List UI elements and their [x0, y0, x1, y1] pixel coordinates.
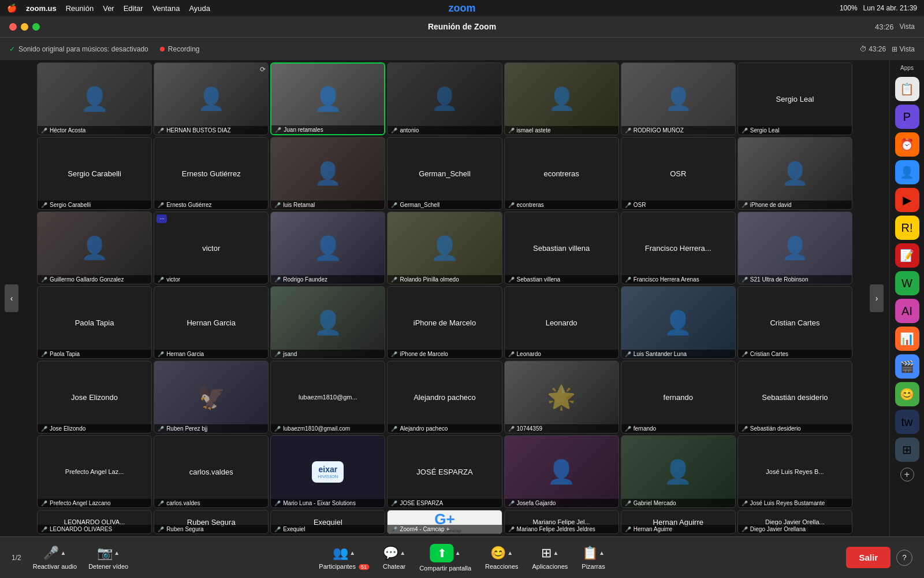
app-icon-13[interactable]: tw	[895, 410, 919, 434]
participant-tile[interactable]: Jose Elizondo 🎤 Jose Elizondo	[37, 361, 152, 433]
participant-tile[interactable]: 👤 🎤 ismael astete	[504, 62, 619, 135]
participants-caret[interactable]: ▲	[349, 550, 355, 556]
fullscreen-button[interactable]	[32, 23, 40, 31]
audio-button[interactable]: 🎤 ▲ Reactivar audio	[33, 546, 77, 570]
app-icon-6[interactable]: R!	[895, 216, 919, 240]
prev-page-arrow[interactable]: ‹	[5, 284, 18, 312]
participant-name-display: Sebastian villena	[531, 242, 592, 255]
participant-tile[interactable]: 🌟 🎤 10744359	[504, 361, 619, 433]
end-meeting-button[interactable]: Salir	[846, 547, 891, 568]
app-icon-9[interactable]: AI	[895, 299, 919, 323]
whiteboards-caret[interactable]: ▲	[599, 550, 605, 556]
participant-tile[interactable]: fernando 🎤 fernando	[621, 361, 736, 433]
participant-tile[interactable]: iPhone de Marcelo 🎤 iPhone de Marcelo	[387, 286, 502, 359]
share-caret[interactable]: ▲	[455, 550, 461, 556]
participant-tile[interactable]: 👤 🎤 RODRIGO MUÑOZ	[621, 62, 736, 135]
participant-tile[interactable]: econtreras 🎤 econtreras	[504, 137, 619, 210]
app-icon-10[interactable]: 📊	[895, 327, 919, 351]
participant-tile[interactable]: 👤 🎤 Luis Santander Luna	[621, 286, 736, 359]
app-icon-8[interactable]: W	[895, 271, 919, 295]
participant-tile[interactable]: 👤 🎤 Rodrigo Faundez	[270, 212, 385, 284]
menu-editar[interactable]: Editar	[124, 4, 143, 13]
participant-tile[interactable]: 🦅 🎤 Ruben Perez bjj	[154, 361, 269, 433]
app-icon-1[interactable]: 📋	[895, 77, 919, 101]
participant-tile[interactable]: 👤 🎤 jsand	[270, 286, 385, 359]
participants-button[interactable]: 👥 ▲ Participantes 51	[319, 546, 369, 570]
participant-tile[interactable]: Exequiel 🎤 Exequiel	[270, 510, 385, 534]
participant-tile[interactable]: Diego Javier Orella... 🎤 Diego Javier Or…	[737, 510, 852, 534]
app-icon-3[interactable]: ⏰	[895, 132, 919, 157]
participant-tile[interactable]: 👤 🎤 Gabriel Mercado	[621, 435, 736, 508]
share-screen-button[interactable]: ⬆ ▲ Compartir pantalla	[419, 544, 471, 572]
participant-name: victor	[166, 276, 180, 283]
app-icon-7[interactable]: 📝	[895, 243, 919, 268]
participant-tile[interactable]: Cristian Cartes 🎤 Cristian Cartes	[737, 286, 852, 359]
participant-tile[interactable]: Hernan Garcia 🎤 Hernan Garcia	[154, 286, 269, 359]
participant-tile[interactable]: Ernesto Gutiérrez 🎤 Ernesto Gutiérrez	[154, 137, 269, 210]
close-button[interactable]	[9, 23, 17, 31]
participant-tile[interactable]: eixar HIVISION 🎤 Mario Luna - Eixar Solu…	[270, 435, 385, 508]
add-app-button[interactable]: +	[900, 468, 914, 481]
next-page-arrow[interactable]: ›	[870, 284, 884, 312]
video-button[interactable]: 📷 ▲ Detener vídeo	[88, 546, 128, 570]
app-icon-12[interactable]: 😊	[895, 382, 919, 406]
participant-tile[interactable]: Sebastian villena 🎤 Sebastian villena	[504, 212, 619, 284]
participant-tile[interactable]: 👤 🎤 Héctor Acosta	[37, 62, 152, 135]
participant-tile[interactable]: OSR 🎤 OSR	[621, 137, 736, 210]
participant-tile[interactable]: Francisco Herrera... 🎤 Francisco Herrera…	[621, 212, 736, 284]
participant-tile[interactable]: 👤 🎤 Josefa Gajardo	[504, 435, 619, 508]
participant-tile[interactable]: carlos.valdes 🎤 carlos.valdes	[154, 435, 269, 508]
video-caret[interactable]: ▲	[114, 550, 120, 556]
help-button[interactable]: ?	[896, 550, 912, 566]
participant-tile[interactable]: 👤 🎤 Guillermo Gallardo Gonzalez	[37, 212, 152, 284]
participant-tile[interactable]: JOSÉ ESPARZA 🎤 JOSÉ ESPARZA	[387, 435, 502, 508]
participant-tile[interactable]: ⟳ 👤 🎤 HERNAN BUSTOS DIAZ	[154, 62, 269, 135]
participant-tile[interactable]: Prefecto Angel Laz... 🎤 Prefecto Angel L…	[37, 435, 152, 508]
chat-button[interactable]: 💬 ▲ Chatear	[383, 546, 405, 570]
participant-tile[interactable]: Sergio Leal 🎤 Sergio Leal	[737, 62, 852, 135]
app-name[interactable]: zoom.us	[26, 4, 57, 13]
participant-tile[interactable]: ··· victor 🎤 victor	[154, 212, 269, 284]
participant-tile[interactable]: José Luis Reyes B... 🎤 José Luis Reyes B…	[737, 435, 852, 508]
options-dots[interactable]: ···	[157, 214, 167, 223]
bottom-bar: 1/2 🎤 ▲ Reactivar audio 📷 ▲ Detener víde…	[0, 536, 924, 578]
participant-tile[interactable]: 👤 🎤 antonio	[387, 62, 502, 135]
participant-tile[interactable]: German_Schell 🎤 German_Schell	[387, 137, 502, 210]
participant-tile[interactable]: Ruben Segura 🎤 Ruben Segura	[154, 510, 269, 534]
participant-tile[interactable]: 👤 🎤 luis Retamal	[270, 137, 385, 210]
app-icon-5[interactable]: ▶	[895, 188, 919, 212]
app-icon-14[interactable]: ⊞	[895, 438, 919, 462]
participant-tile[interactable]: Sergio Carabelli 🎤 Sergio Carabelli	[37, 137, 152, 210]
participant-tile[interactable]: Leonardo 🎤 Leonardo	[504, 286, 619, 359]
grid-view-icon[interactable]: ⊞ Vista	[892, 45, 915, 53]
chat-caret[interactable]: ▲	[400, 550, 405, 556]
menu-ver[interactable]: Ver	[103, 4, 114, 13]
applications-caret[interactable]: ▲	[553, 550, 558, 556]
app-icon-11[interactable]: 🎬	[895, 354, 919, 379]
view-button[interactable]: Vista	[900, 23, 915, 31]
apple-menu[interactable]: 🍎	[7, 3, 17, 13]
participant-tile[interactable]: Paola Tapia 🎤 Paola Tapia	[37, 286, 152, 359]
participant-tile[interactable]: Mariano Felipe Jel... 🎤 Mariano Felipe J…	[504, 510, 619, 534]
menu-ayuda[interactable]: Ayuda	[189, 4, 210, 13]
app-icon-4[interactable]: 👤	[895, 160, 919, 184]
participant-tile[interactable]: LEONARDO OLIVA... 🎤 LEONARDO OLIVARES	[37, 510, 152, 534]
participant-tile[interactable]: 👤 🎤 Rolando Pinilla olmedo	[387, 212, 502, 284]
audio-caret[interactable]: ▲	[60, 550, 66, 556]
minimize-button[interactable]	[21, 23, 28, 31]
app-icon-2[interactable]: P	[895, 105, 919, 129]
menu-ventana[interactable]: Ventana	[152, 4, 180, 13]
menu-reunion[interactable]: Reunión	[66, 4, 94, 13]
participant-tile[interactable]: Hernan Aguirre 🎤 Hernan Aguirre	[621, 510, 736, 534]
reactions-button[interactable]: 😊 ▲ Reacciones	[485, 546, 518, 570]
participant-tile[interactable]: Sebastián desiderio 🎤 Sebastián desideri…	[737, 361, 852, 433]
participant-tile[interactable]: 👤 🎤 Juan retamales	[270, 62, 385, 135]
participant-tile[interactable]: 👤 🎤 iPhone de david	[737, 137, 852, 210]
participant-tile[interactable]: 👤 🎤 S21 Ultra de Robinson	[737, 212, 852, 284]
applications-button[interactable]: ⊞ ▲ Aplicaciones	[532, 546, 568, 570]
whiteboards-button[interactable]: 📋 ▲ Pizarras	[582, 546, 605, 570]
participant-tile[interactable]: Alejandro pacheco 🎤 Alejandro pacheco	[387, 361, 502, 433]
participant-tile[interactable]: lubaezm1810@gm... 🎤 lubaezm1810@gmail.co…	[270, 361, 385, 433]
participant-tile[interactable]: G+ Zoom4 Camcap 🎤 Zoom4 - Camcap +	[387, 510, 502, 534]
reactions-caret[interactable]: ▲	[507, 550, 513, 556]
